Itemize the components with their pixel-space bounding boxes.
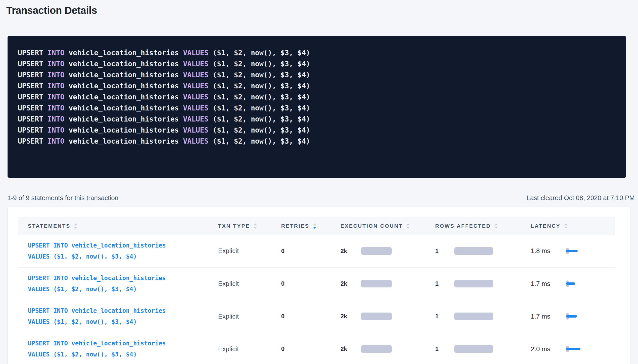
execution-count-content: 2k xyxy=(340,313,425,320)
execution-count-value: 2k xyxy=(340,280,361,287)
column-header-txn-type[interactable]: TXN TYPE xyxy=(208,217,271,235)
column-header-rows-affected[interactable]: ROWS AFFECTED xyxy=(425,217,521,235)
column-header-inner: EXECUTION COUNT xyxy=(340,223,410,229)
table-body: UPSERT INTO vehicle_location_historiesVA… xyxy=(18,235,615,364)
sql-keyword: INTO xyxy=(47,93,64,101)
rows-affected-content: 1 xyxy=(435,247,521,255)
statement-cell: UPSERT INTO vehicle_location_historiesVA… xyxy=(18,333,208,364)
sql-keyword: VALUES xyxy=(183,82,208,90)
statement-line: UPSERT INTO vehicle_location_histories xyxy=(28,273,166,284)
sql-keyword: INTO xyxy=(47,71,64,79)
statement-link[interactable]: UPSERT INTO vehicle_location_historiesVA… xyxy=(28,240,166,262)
txn-type-cell: Explicit xyxy=(208,267,271,300)
txn-type-cell: Explicit xyxy=(208,300,271,333)
sort-down-icon xyxy=(254,227,257,229)
statement-link[interactable]: UPSERT INTO vehicle_location_historiesVA… xyxy=(28,305,166,327)
sql-text: ($1, $2, now(), $3, $4) xyxy=(209,49,310,57)
rows-affected-value: 1 xyxy=(435,313,454,320)
execution-count-content: 2k xyxy=(340,280,425,287)
sort-up-icon xyxy=(406,223,410,225)
sql-text: UPSERT xyxy=(18,104,47,112)
latency-cell: 1.7 ms xyxy=(521,267,615,300)
summary-row: 1-9 of 9 statements for this transaction… xyxy=(0,193,638,202)
sql-keyword: VALUES xyxy=(183,104,208,112)
latency-chart xyxy=(566,279,589,289)
sql-statements-box: UPSERT INTO vehicle_location_histories V… xyxy=(8,36,626,178)
sql-text: vehicle_location_histories xyxy=(64,137,183,145)
txn-type-cell: Explicit xyxy=(208,235,271,267)
column-header-latency[interactable]: LATENCY xyxy=(521,217,615,235)
column-header-inner: STATEMENTS xyxy=(28,223,77,229)
execution-count-bar xyxy=(361,280,392,287)
last-cleared-text: Last cleared Oct 08, 2020 at 7:10 PM xyxy=(526,193,635,202)
latency-cell: 1.8 ms xyxy=(521,235,615,267)
sort-up-icon xyxy=(74,223,77,225)
sql-code-line: UPSERT INTO vehicle_location_histories V… xyxy=(18,125,616,136)
rows-affected-cell: 1 xyxy=(425,267,521,300)
execution-count-cell: 2k xyxy=(330,300,425,333)
latency-value: 1.7 ms xyxy=(531,313,566,320)
sql-text: UPSERT xyxy=(18,82,47,90)
sql-text: ($1, $2, now(), $3, $4) xyxy=(209,104,310,112)
column-label: STATEMENTS xyxy=(28,223,70,229)
sql-text: vehicle_location_histories xyxy=(64,93,183,101)
statement-link[interactable]: UPSERT INTO vehicle_location_historiesVA… xyxy=(28,273,166,295)
sql-keyword: INTO xyxy=(47,82,64,90)
txn-type-cell: Explicit xyxy=(208,333,271,364)
sql-keyword: INTO xyxy=(47,115,64,123)
statement-link[interactable]: UPSERT INTO vehicle_location_historiesVA… xyxy=(28,338,166,360)
sort-arrows-icon xyxy=(74,223,77,229)
txn-type-value: Explicit xyxy=(218,280,239,287)
column-header-inner: TXN TYPE xyxy=(218,223,257,229)
sql-text: UPSERT xyxy=(18,60,47,68)
txn-type-value: Explicit xyxy=(218,313,239,320)
sort-down-icon xyxy=(564,227,568,229)
txn-type-value: Explicit xyxy=(218,247,239,255)
latency-content: 2.0 ms xyxy=(531,344,615,354)
sql-text: vehicle_location_histories xyxy=(64,60,183,68)
sql-text: UPSERT xyxy=(18,49,47,57)
rows-affected-bar xyxy=(454,313,493,320)
column-header-retries[interactable]: RETRIES xyxy=(271,217,330,235)
sql-keyword: VALUES xyxy=(183,71,208,79)
sql-text: ($1, $2, now(), $3, $4) xyxy=(209,82,310,90)
latency-bar xyxy=(566,315,577,318)
rows-affected-content: 1 xyxy=(435,345,521,353)
sql-text: UPSERT xyxy=(18,137,47,145)
retries-cell: 0 xyxy=(271,267,330,300)
latency-value: 1.7 ms xyxy=(531,280,566,288)
sql-keyword: INTO xyxy=(47,104,64,112)
retries-value: 0 xyxy=(281,248,284,254)
sql-keyword: VALUES xyxy=(183,60,208,68)
latency-content: 1.7 ms xyxy=(531,279,615,289)
column-label: EXECUTION COUNT xyxy=(340,223,403,229)
latency-chart xyxy=(566,311,589,321)
column-header-execution-count[interactable]: EXECUTION COUNT xyxy=(330,217,425,235)
column-header-inner: LATENCY xyxy=(531,223,568,229)
sql-keyword: INTO xyxy=(47,126,64,134)
statements-summary: 1-9 of 9 statements for this transaction xyxy=(7,193,118,202)
sql-keyword: INTO xyxy=(47,60,64,68)
execution-count-content: 2k xyxy=(340,345,425,353)
statement-line: VALUES ($1, $2, now(), $3, $4) xyxy=(28,349,166,360)
sql-code-line: UPSERT INTO vehicle_location_histories V… xyxy=(18,47,616,58)
rows-affected-bar xyxy=(454,345,493,353)
statements-table: STATEMENTSTXN TYPERETRIESEXECUTION COUNT… xyxy=(18,217,615,364)
latency-bar xyxy=(566,282,575,285)
table-row: UPSERT INTO vehicle_location_historiesVA… xyxy=(18,235,615,267)
table-row: UPSERT INTO vehicle_location_historiesVA… xyxy=(18,267,615,300)
rows-affected-content: 1 xyxy=(435,280,521,287)
retries-value: 0 xyxy=(281,345,284,352)
statement-line: VALUES ($1, $2, now(), $3, $4) xyxy=(28,284,166,295)
sql-code-line: UPSERT INTO vehicle_location_histories V… xyxy=(18,70,616,81)
column-label: ROWS AFFECTED xyxy=(435,223,491,229)
sort-down-icon xyxy=(494,227,498,229)
sql-code-line: UPSERT INTO vehicle_location_histories V… xyxy=(18,81,616,92)
column-header-statements[interactable]: STATEMENTS xyxy=(18,217,208,235)
statement-cell: UPSERT INTO vehicle_location_historiesVA… xyxy=(18,300,208,333)
sql-text: vehicle_location_histories xyxy=(64,126,183,134)
latency-chart xyxy=(566,246,589,256)
sql-text: UPSERT xyxy=(18,115,47,123)
column-header-inner: ROWS AFFECTED xyxy=(435,223,498,229)
statement-line: UPSERT INTO vehicle_location_histories xyxy=(28,305,166,316)
